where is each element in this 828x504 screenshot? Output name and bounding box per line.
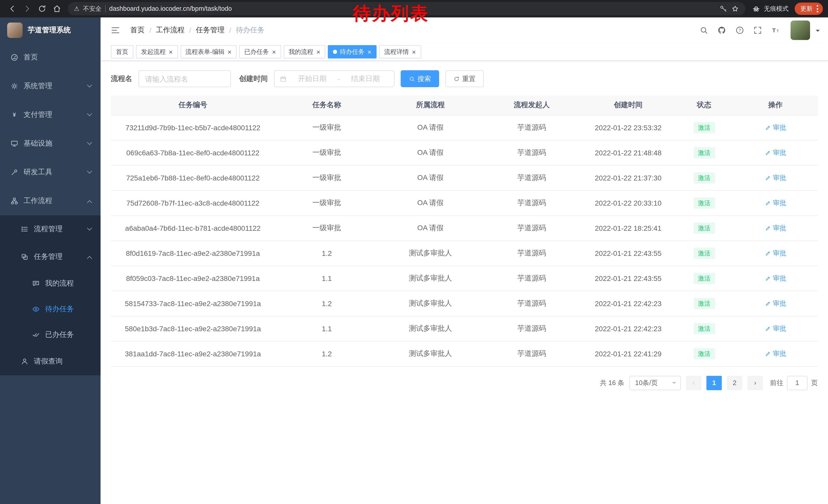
address-bar[interactable]: ⚠ 不安全 dashboard.yudao.iocoder.cn/bpm/tas… bbox=[68, 2, 745, 15]
sidebar-collapse-button[interactable] bbox=[108, 23, 123, 37]
approve-link[interactable]: 审批 bbox=[764, 173, 786, 182]
approve-link[interactable]: 审批 bbox=[764, 349, 786, 358]
breadcrumb-workflow[interactable]: 工作流程 bbox=[156, 26, 185, 35]
fullscreen-button[interactable] bbox=[750, 23, 765, 37]
breadcrumb-home[interactable]: 首页 bbox=[130, 26, 145, 35]
next-page-button[interactable]: › bbox=[747, 375, 763, 390]
screen: ⚠ 不安全 dashboard.yudao.iocoder.cn/bpm/tas… bbox=[0, 0, 828, 504]
sidebar-item-workflow[interactable]: 工作流程 bbox=[0, 187, 100, 215]
tab-close-icon[interactable]: × bbox=[227, 48, 232, 55]
tab-close-icon[interactable]: × bbox=[169, 48, 173, 55]
avatar-caret-icon[interactable] bbox=[816, 30, 820, 34]
status-badge: 激活 bbox=[693, 222, 715, 234]
tab-close-icon[interactable]: × bbox=[317, 48, 320, 55]
password-key-icon[interactable] bbox=[719, 5, 728, 13]
sidebar-item-label: 待办任务 bbox=[45, 305, 74, 314]
sidebar-item-label: 基础设施 bbox=[24, 139, 52, 148]
page-button-2[interactable]: 2 bbox=[727, 375, 742, 390]
logo-image bbox=[7, 22, 23, 38]
page-size-select[interactable]: 10条/页 bbox=[629, 375, 681, 390]
cell-action: 审批 bbox=[733, 316, 818, 341]
sidebar-item-payment[interactable]: ¥ 支付管理 bbox=[0, 100, 100, 129]
cell-action: 审批 bbox=[733, 266, 818, 291]
table-row: 75d72608-7b7f-11ec-a3c8-acde48001122 一级审… bbox=[111, 190, 818, 215]
prev-page-button[interactable]: ‹ bbox=[686, 375, 701, 390]
user-avatar[interactable] bbox=[791, 20, 810, 40]
approve-link[interactable]: 审批 bbox=[764, 274, 786, 283]
sidebar-item-done-task[interactable]: 已办任务 bbox=[0, 322, 100, 348]
tab-label: 我的流程 bbox=[289, 47, 314, 56]
sidebar-item-system[interactable]: 系统管理 bbox=[0, 72, 100, 100]
sidebar-item-home[interactable]: 首页 bbox=[0, 43, 100, 72]
approve-link[interactable]: 审批 bbox=[764, 299, 786, 308]
page-button-1[interactable]: 1 bbox=[706, 375, 722, 390]
cell-status: 激活 bbox=[675, 240, 733, 266]
tab-close-icon[interactable]: × bbox=[368, 48, 371, 55]
cell-starter: 芋道源码 bbox=[482, 266, 581, 291]
tab-close-icon[interactable]: × bbox=[412, 48, 416, 55]
pagination-total: 共 16 条 bbox=[600, 378, 624, 387]
tab-close-icon[interactable]: × bbox=[272, 48, 276, 55]
browser-forward-button[interactable] bbox=[20, 2, 34, 16]
browser-home-button[interactable] bbox=[50, 2, 64, 16]
table-body: 73211d9d-7b9b-11ec-b5b7-acde48001122 一级审… bbox=[111, 115, 818, 366]
cell-status: 激活 bbox=[675, 316, 733, 341]
svg-text:T: T bbox=[777, 29, 779, 33]
browser-back-button[interactable] bbox=[5, 2, 19, 16]
sidebar-item-todo-task[interactable]: 待办任务 bbox=[0, 296, 100, 322]
edit-icon bbox=[764, 275, 771, 281]
sidebar-item-my-process[interactable]: 我的流程 bbox=[0, 271, 100, 296]
tab-start-process[interactable]: 发起流程 × bbox=[136, 45, 178, 58]
approve-link[interactable]: 审批 bbox=[764, 123, 786, 132]
goto-page-input[interactable] bbox=[787, 375, 808, 390]
cell-action: 审批 bbox=[733, 291, 818, 316]
sidebar-item-label: 任务管理 bbox=[34, 252, 63, 262]
tags-view-bar: 首页 发起流程 × 流程表单-编辑 × 已办任务 × 我的流程 × bbox=[100, 43, 828, 61]
sidebar-item-infra[interactable]: 基础设施 bbox=[0, 129, 100, 158]
reset-button[interactable]: 重置 bbox=[445, 70, 484, 87]
approve-link[interactable]: 审批 bbox=[764, 198, 786, 208]
kebab-menu-icon[interactable] bbox=[816, 4, 819, 13]
browser-reload-button[interactable] bbox=[35, 2, 49, 16]
sidebar-item-leave-query[interactable]: 请假查询 bbox=[0, 348, 100, 375]
gear-icon bbox=[10, 82, 18, 90]
tab-home[interactable]: 首页 bbox=[111, 45, 133, 58]
cell-status: 激活 bbox=[675, 165, 733, 190]
tab-done-task[interactable]: 已办任务 × bbox=[239, 45, 281, 58]
eye-icon bbox=[32, 305, 40, 313]
bookmark-star-icon[interactable] bbox=[731, 5, 739, 13]
sidebar-item-process-mgmt[interactable]: 流程管理 bbox=[0, 215, 100, 243]
help-button[interactable]: ? bbox=[733, 23, 747, 37]
edit-icon bbox=[764, 351, 771, 357]
search-button[interactable]: 搜索 bbox=[401, 70, 439, 87]
app-frame: 芋道管理系统 首页 系统管理 ¥ 支付管理 基础设施 bbox=[0, 17, 828, 504]
tab-form-edit[interactable]: 流程表单-编辑 × bbox=[180, 45, 237, 58]
start-date-placeholder: 开始日期 bbox=[289, 74, 335, 83]
tab-process-detail[interactable]: 流程详情 × bbox=[379, 45, 421, 58]
process-name-label: 流程名 bbox=[111, 74, 132, 83]
tab-label: 发起流程 bbox=[141, 47, 166, 56]
font-size-button[interactable]: TT bbox=[769, 23, 783, 37]
process-name-input[interactable] bbox=[138, 70, 231, 87]
cell-process: 测试多审批人 bbox=[379, 291, 482, 316]
date-range-picker[interactable]: 开始日期 - 结束日期 bbox=[274, 70, 395, 87]
breadcrumb-task-mgmt[interactable]: 任务管理 bbox=[196, 26, 225, 35]
approve-link[interactable]: 审批 bbox=[764, 324, 786, 333]
approve-link[interactable]: 审批 bbox=[764, 248, 786, 258]
status-badge: 激活 bbox=[693, 147, 715, 158]
cell-create-time: 2022-01-21 22:42:23 bbox=[581, 291, 675, 316]
approve-link[interactable]: 审批 bbox=[764, 223, 786, 232]
header-search-button[interactable] bbox=[697, 23, 711, 37]
edit-icon bbox=[764, 149, 771, 155]
cell-task-name: 一级审批 bbox=[275, 165, 379, 190]
sidebar-item-task-mgmt[interactable]: 任务管理 bbox=[0, 243, 100, 271]
sidebar-item-devtools[interactable]: 研发工具 bbox=[0, 158, 100, 187]
tab-todo-task[interactable]: 待办任务 × bbox=[328, 45, 377, 58]
cell-action: 审批 bbox=[733, 140, 818, 165]
tab-my-process[interactable]: 我的流程 × bbox=[284, 45, 326, 58]
browser-update-button[interactable]: 更新 bbox=[795, 3, 823, 15]
approve-link-label: 审批 bbox=[773, 324, 786, 333]
search-icon bbox=[409, 76, 415, 82]
approve-link[interactable]: 审批 bbox=[764, 148, 786, 157]
github-link[interactable] bbox=[715, 23, 729, 37]
